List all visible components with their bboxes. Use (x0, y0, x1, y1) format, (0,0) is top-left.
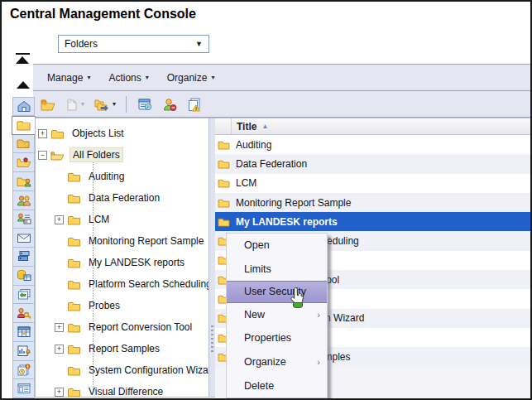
folders-icon (16, 119, 31, 131)
panel-splitter[interactable] (209, 118, 215, 398)
new-folder-icon (40, 97, 56, 112)
navigation-dropdown[interactable]: Folders ▼ (58, 35, 209, 53)
sidebar-item-inboxes[interactable] (12, 229, 35, 248)
new-object-button-disabled: ▾ (63, 95, 86, 113)
context-menu-item-properties[interactable]: Properties (227, 326, 327, 350)
arrow-up-icon (17, 81, 30, 89)
sort-ascending-icon: ▲ (261, 123, 268, 130)
context-menu-item-limits[interactable]: Limits (227, 258, 327, 282)
sidebar-item-calendars[interactable] (12, 323, 35, 342)
license-clock-icon (17, 364, 31, 376)
collapse-panel-top-button[interactable] (16, 53, 30, 64)
menu-manage[interactable]: Manage ▾ (40, 69, 98, 87)
tree-item-report-conversion-tool[interactable]: + Report Conversion Tool (36, 316, 208, 338)
copy-warning-icon (186, 97, 203, 112)
context-menu-item-user-security[interactable]: User Security (227, 281, 327, 303)
new-object-icon (65, 97, 79, 112)
submenu-arrow-icon: › (317, 350, 320, 374)
sidebar-item-license-keys[interactable] (12, 361, 35, 380)
tree-item-platform-search-scheduling[interactable]: Platform Search Scheduling (36, 273, 208, 295)
arrow-up-icon (16, 56, 29, 64)
folder-icon (67, 365, 81, 376)
sidebar-item-applications[interactable] (12, 379, 35, 398)
context-menu-item-open[interactable]: Open (227, 234, 327, 258)
expand-icon[interactable]: + (55, 345, 64, 354)
list-row[interactable]: Auditing (215, 135, 532, 154)
folder-icon (215, 178, 232, 188)
folder-icon (50, 128, 65, 139)
sidebar-item-personal-categories[interactable] (12, 172, 35, 191)
tree-item-report-samples[interactable]: + Report Samples (36, 338, 208, 359)
sidebar-item-events[interactable] (12, 342, 35, 361)
open-folder-red-icon (17, 157, 31, 168)
connection-icon (17, 288, 31, 301)
folder-star-icon (17, 137, 31, 149)
expand-icon[interactable]: + (55, 215, 64, 224)
tree-item-all-folders[interactable]: − All Folders (36, 144, 208, 166)
tree-item-auditing[interactable]: Auditing (36, 166, 208, 187)
collapse-panel-button[interactable] (17, 81, 30, 89)
sidebar-item-users-groups[interactable] (12, 191, 35, 210)
sidebar-item-access-levels[interactable] (12, 304, 35, 323)
context-menu-item-organize[interactable]: Organize › (227, 350, 327, 374)
column-header-title[interactable]: Title ▲ (232, 121, 268, 133)
chevron-down-icon: ▾ (211, 74, 214, 81)
tree-item-lcm[interactable]: + LCM (36, 209, 208, 230)
sidebar-item-universes[interactable] (12, 267, 35, 286)
expand-icon[interactable]: + (55, 388, 64, 397)
context-menu-item-delete[interactable]: Delete (227, 374, 327, 398)
folder-icon (67, 193, 81, 204)
list-row[interactable]: LCM (215, 174, 532, 193)
tree-item-data-federation[interactable]: Data Federation (36, 187, 208, 209)
splitter-grip (211, 325, 213, 354)
user-security-button[interactable] (160, 95, 180, 113)
sidebar-rail (12, 97, 35, 398)
sidebar-item-personal-folders[interactable] (12, 135, 35, 154)
expand-icon[interactable]: + (38, 129, 47, 138)
collapse-icon[interactable]: − (38, 151, 47, 160)
tree-item-probes[interactable]: Probes (36, 295, 208, 316)
details-button[interactable] (135, 95, 155, 113)
chevron-down-icon: ▾ (87, 74, 90, 81)
open-folder-icon (50, 150, 65, 161)
menu-organize[interactable]: Organize ▾ (160, 69, 223, 87)
copy-move-button[interactable]: ▾ (91, 95, 117, 113)
calendar-icon (17, 325, 31, 338)
icon-toolbar: ▾ ▾ (33, 91, 532, 118)
home-icon (17, 100, 31, 113)
folder-icon (215, 217, 232, 227)
list-row[interactable]: Data Federation (215, 154, 532, 173)
list-header: Title ▲ (215, 118, 532, 135)
new-folder-button[interactable] (38, 95, 58, 113)
copy-limits-button[interactable] (185, 95, 204, 113)
list-row[interactable]: Monitoring Report Sample (215, 193, 532, 212)
list-row-selected[interactable]: My LANDESK reports (215, 212, 532, 231)
menu-actions[interactable]: Actions ▾ (101, 69, 156, 87)
tree-item-monitoring-report-sample[interactable]: Monitoring Report Sample (36, 230, 208, 252)
sidebar-item-profiles[interactable] (12, 210, 35, 229)
sidebar-item-servers[interactable] (12, 248, 35, 267)
sidebar-item-connections[interactable] (12, 286, 35, 305)
users-icon (17, 195, 31, 206)
applications-icon (17, 383, 31, 394)
context-menu-item-new[interactable]: New › (227, 303, 327, 327)
folder-icon (67, 258, 81, 268)
icon-column-header (215, 118, 232, 134)
tree-item-visual-difference[interactable]: + Visual Difference (36, 381, 208, 398)
tree-item-system-configuration-wizard[interactable]: System Configuration Wizard (36, 359, 208, 381)
servers-icon (17, 250, 31, 263)
sidebar-item-categories[interactable] (12, 153, 35, 172)
folder-icon (67, 344, 81, 354)
folder-icon (67, 214, 81, 225)
tree-item-my-landesk-reports[interactable]: My LANDESK reports (36, 252, 208, 273)
folder-icon (67, 279, 81, 290)
universe-icon (17, 269, 31, 282)
sidebar-item-home[interactable] (12, 97, 35, 116)
envelope-icon (17, 233, 31, 243)
expand-icon[interactable]: + (55, 323, 64, 332)
chevron-down-icon: ▾ (113, 100, 116, 108)
folder-icon (67, 301, 81, 311)
toolbar-divider (126, 96, 127, 113)
sidebar-item-folders[interactable] (12, 116, 36, 135)
tree-item-objects-list[interactable]: + Objects List (36, 123, 208, 144)
